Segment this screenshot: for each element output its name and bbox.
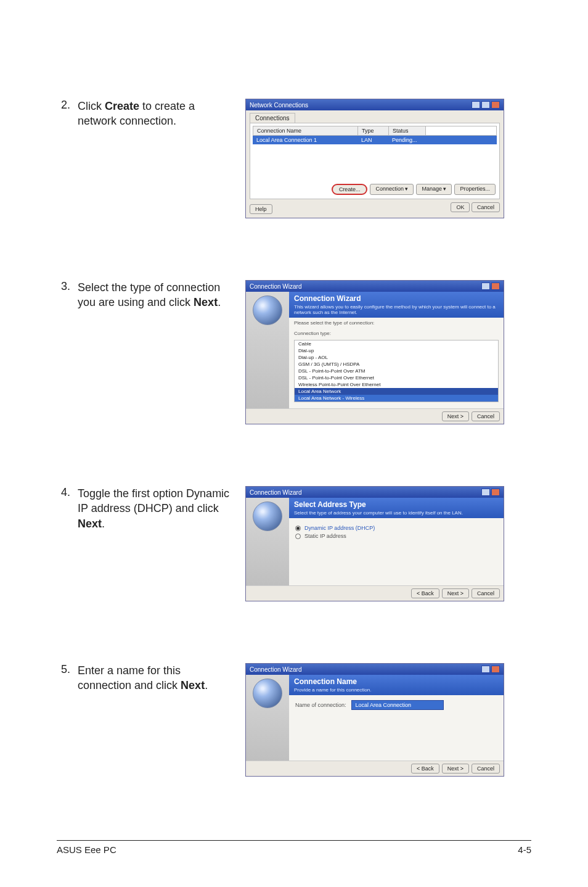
- step-text: Toggle the first option Dynamic IP addre…: [78, 486, 234, 531]
- radio-off-icon: [295, 534, 301, 539]
- minimize-icon[interactable]: [481, 489, 490, 496]
- connections-tab[interactable]: Connections: [250, 113, 295, 123]
- wizard-header-subtitle: This wizard allows you to easily configu…: [294, 304, 499, 315]
- close-icon[interactable]: [491, 666, 500, 673]
- text-fragment: Click: [78, 100, 105, 112]
- dialog-title: Connection Wizard: [250, 283, 301, 290]
- list-item[interactable]: Wireless Point-to-Point Over Ethernet: [295, 381, 498, 388]
- dialog-title: Network Connections: [250, 102, 308, 109]
- close-icon[interactable]: [491, 283, 500, 290]
- option-label: Static IP address: [304, 533, 346, 539]
- option-label: Dynamic IP address (DHCP): [304, 525, 375, 531]
- connection-menu-button[interactable]: Connection ▾: [370, 184, 414, 195]
- radio-on-icon: [295, 526, 301, 531]
- step-number: 4.: [57, 486, 70, 531]
- wizard-header: Select Address Type Select the type of a…: [289, 498, 504, 518]
- titlebar: Connection Wizard: [246, 281, 504, 292]
- wizard-header-subtitle: Select the type of address your computer…: [294, 510, 499, 516]
- manage-menu-button[interactable]: Manage ▾: [416, 184, 452, 195]
- list-item-selected[interactable]: Local Area Network - Wireless: [295, 395, 498, 402]
- col-type: Type: [358, 126, 389, 135]
- globe-icon: [253, 679, 282, 708]
- step-number: 2.: [57, 99, 70, 129]
- window-buttons: [472, 101, 500, 109]
- wizard-description: Please select the type of connection:: [289, 318, 504, 328]
- bold-word: Next: [78, 518, 102, 530]
- cancel-button[interactable]: Cancel: [472, 764, 500, 774]
- wizard-sidebar: [246, 675, 289, 761]
- next-button[interactable]: Next >: [442, 764, 469, 774]
- list-header: Connection Name Type Status: [253, 126, 497, 136]
- titlebar: Connection Wizard: [246, 664, 504, 675]
- wizard-header: Connection Wizard This wizard allows you…: [289, 292, 504, 318]
- text-fragment: .: [218, 296, 221, 308]
- step-number: 3.: [57, 280, 70, 310]
- ok-button[interactable]: OK: [451, 202, 470, 212]
- connection-type-list[interactable]: Cable Dial-up Dial-up - AOL GSM / 3G (UM…: [294, 340, 499, 402]
- wizard-header-title: Connection Wizard: [294, 294, 499, 303]
- window-buttons: [481, 666, 500, 673]
- step-text: Select the type of connection you are us…: [78, 280, 234, 310]
- wizard-sidebar: [246, 292, 289, 408]
- select-address-type-dialog: Connection Wizard Select Address Type Se…: [245, 486, 504, 601]
- connection-name-dialog: Connection Wizard Connection Name Provid…: [245, 663, 504, 777]
- list-item-selected[interactable]: Local Area Network: [295, 388, 498, 395]
- wizard-header-subtitle: Provide a name for this connection.: [294, 687, 499, 693]
- maximize-icon[interactable]: [481, 101, 490, 109]
- dynamic-ip-option[interactable]: Dynamic IP address (DHCP): [295, 525, 497, 531]
- list-item[interactable]: GSM / 3G (UMTS) / HSDPA: [295, 361, 498, 368]
- dialog-title: Connection Wizard: [250, 666, 301, 673]
- footer-left: ASUS Eee PC: [57, 844, 116, 855]
- help-button[interactable]: Help: [250, 204, 272, 214]
- connection-row[interactable]: Local Area Connection 1 LAN Pending...: [253, 136, 497, 144]
- connection-type-label: Connection type:: [289, 328, 504, 339]
- close-icon[interactable]: [491, 101, 500, 109]
- page-footer: ASUS Eee PC 4-5: [57, 840, 531, 855]
- globe-icon: [253, 295, 282, 325]
- back-button[interactable]: < Back: [411, 588, 439, 598]
- globe-icon: [253, 501, 282, 531]
- row-type: LAN: [357, 136, 388, 144]
- step-text: Click Create to create a network connect…: [78, 99, 234, 129]
- wizard-header: Connection Name Provide a name for this …: [289, 675, 504, 695]
- connections-panel: Connection Name Type Status Local Area C…: [250, 123, 500, 199]
- create-button[interactable]: Create...: [332, 184, 368, 195]
- properties-button[interactable]: Properties...: [454, 184, 496, 195]
- static-ip-option[interactable]: Static IP address: [295, 533, 497, 539]
- text-fragment: Enter a name for this connection and cli…: [78, 664, 181, 691]
- next-button[interactable]: Next >: [442, 588, 469, 598]
- list-item[interactable]: DSL - Point-to-Point Over Ethernet: [295, 374, 498, 381]
- cancel-button[interactable]: Cancel: [472, 202, 500, 212]
- next-button[interactable]: Next >: [442, 411, 469, 421]
- connection-name-input[interactable]: Local Area Connection: [351, 700, 444, 710]
- titlebar: Network Connections: [246, 99, 504, 110]
- close-icon[interactable]: [491, 489, 500, 496]
- list-item[interactable]: Dial-up - AOL: [295, 354, 498, 361]
- bold-word: Next: [194, 296, 218, 308]
- minimize-icon[interactable]: [481, 666, 490, 673]
- list-item[interactable]: DSL - Point-to-Point Over ATM: [295, 368, 498, 374]
- minimize-icon[interactable]: [472, 101, 480, 109]
- list-item[interactable]: Dial-up: [295, 347, 498, 354]
- text-fragment: .: [102, 518, 105, 530]
- footer-right: 4-5: [518, 844, 531, 855]
- wizard-header-title: Select Address Type: [294, 500, 499, 509]
- connection-name-label: Name of connection:: [295, 702, 346, 708]
- back-button[interactable]: < Back: [411, 764, 439, 774]
- col-name: Connection Name: [253, 126, 358, 135]
- wizard-sidebar: [246, 498, 289, 585]
- list-item[interactable]: Cable: [295, 340, 498, 347]
- row-status: Pending...: [388, 136, 425, 144]
- cancel-button[interactable]: Cancel: [472, 411, 500, 421]
- network-connections-dialog: Network Connections Connections Connecti…: [245, 99, 504, 218]
- bold-word: Next: [181, 679, 205, 691]
- titlebar: Connection Wizard: [246, 487, 504, 498]
- text-fragment: .: [205, 679, 208, 691]
- row-name: Local Area Connection 1: [253, 136, 357, 144]
- window-buttons: [481, 489, 500, 496]
- connection-wizard-type-dialog: Connection Wizard Connection Wizard This…: [245, 280, 504, 424]
- dialog-title: Connection Wizard: [250, 489, 301, 496]
- cancel-button[interactable]: Cancel: [472, 588, 500, 598]
- minimize-icon[interactable]: [481, 283, 490, 290]
- step-number: 5.: [57, 663, 70, 693]
